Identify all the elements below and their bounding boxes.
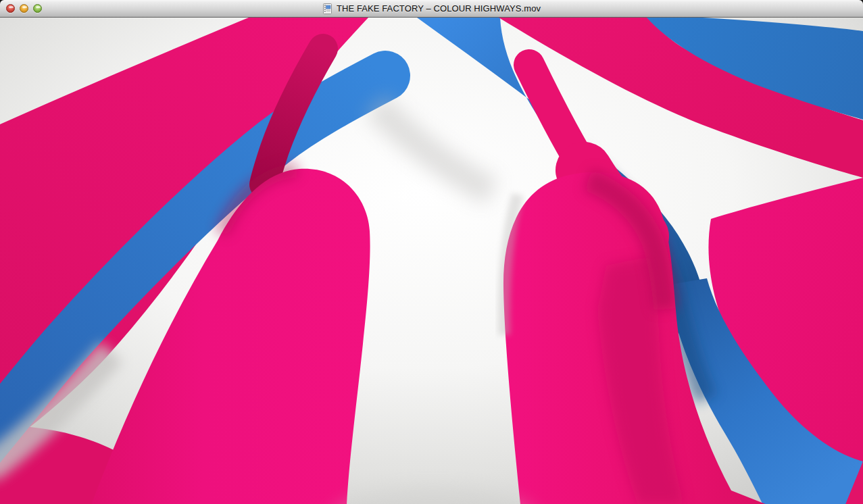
window-title: THE FAKE FACTORY – COLOUR HIGHWAYS.mov — [337, 3, 541, 14]
colour-highways-artwork — [0, 18, 863, 504]
video-canvas[interactable] — [0, 18, 863, 504]
minimize-button[interactable] — [20, 4, 28, 13]
window-controls — [6, 0, 47, 17]
movie-file-icon-art — [322, 3, 333, 14]
close-button[interactable] — [6, 4, 15, 13]
window-titlebar[interactable]: THE FAKE FACTORY – COLOUR HIGHWAYS.mov — [0, 0, 863, 18]
title-group: THE FAKE FACTORY – COLOUR HIGHWAYS.mov — [322, 3, 541, 14]
movie-file-icon[interactable] — [322, 3, 333, 14]
zoom-button[interactable] — [33, 4, 42, 13]
quicktime-player-window: THE FAKE FACTORY – COLOUR HIGHWAYS.mov — [0, 0, 863, 504]
